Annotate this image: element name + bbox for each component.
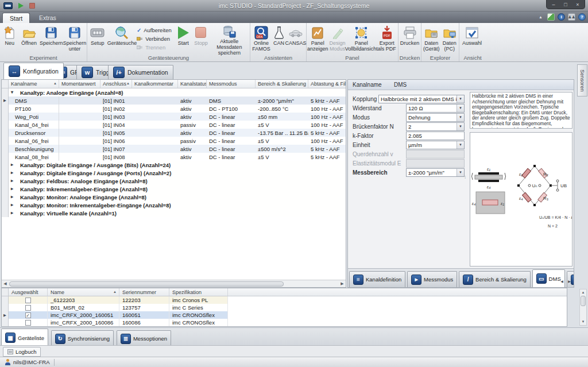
users-icon[interactable]: ♟♟ — [568, 13, 575, 21]
data-pc-button[interactable]: Daten (PC) — [440, 24, 458, 55]
ribbon-tab-extras[interactable]: Extras — [32, 13, 63, 23]
brueckenfaktor-select[interactable]: 2▼ — [406, 122, 465, 131]
channel-row[interactable]: Weg_Poti [01] IN03 aktiv DC - linear ±50… — [2, 113, 346, 121]
kfaktor-input[interactable]: 2.085 — [406, 132, 465, 140]
tab-bereich-skalierung[interactable]: /Bereich & Skalierung — [459, 271, 531, 287]
tab-scroll-left-icon[interactable]: ◀ — [559, 279, 565, 285]
channel-row[interactable]: Beschleunigung [01] IN07 aktiv DC - line… — [2, 145, 346, 153]
tab-konfiguration[interactable]: ↔ Konfiguration — [3, 63, 64, 79]
channel-group-collapsed[interactable]: ▸Kanaltyp: Monitor: Analoge Eingänge (An… — [2, 193, 346, 201]
device-row[interactable]: _6122203 122203 imc Cronos PL — [2, 296, 567, 304]
col-abtastung[interactable]: Abtastung & Filter — [308, 80, 346, 88]
col-name[interactable]: Name▲ — [48, 288, 119, 296]
widerstand-select[interactable]: 120 Ω▼ — [406, 104, 465, 113]
device-checkbox[interactable] — [25, 298, 31, 303]
col-seriennummer[interactable]: Seriennummer — [119, 288, 169, 296]
tab-scroll-right-icon[interactable]: ▶ — [566, 279, 572, 285]
channel-row[interactable]: Kanal_04_frei [01] IN04 passiv DC - line… — [2, 121, 346, 129]
save-button[interactable]: Speichern — [39, 24, 63, 55]
collapse-ribbon-icon[interactable]: ▲ — [537, 13, 544, 21]
channel-row[interactable]: Drucksensor [01] IN05 aktiv DC - linear … — [2, 129, 346, 137]
export-pdf-button[interactable]: PDF Export als PDF — [376, 24, 397, 55]
channel-group-collapsed[interactable]: ▸Kanaltyp: Virtuelle Kanäle (Anzahl=1) — [2, 209, 346, 217]
channel-row[interactable]: Kanal_08_frei [01] IN08 aktiv DC - linea… — [2, 153, 346, 161]
col-anschluss[interactable]: Anschluss▲ — [100, 80, 132, 88]
help-icon[interactable]: ? — [578, 13, 586, 21]
save-current-data-button[interactable]: Aktuelle Messdaten speichern — [210, 24, 249, 55]
device-search-button[interactable]: Gerätesuche — [107, 24, 137, 55]
cansas-button[interactable]: CANSAS — [286, 24, 305, 55]
channel-row-dms[interactable]: ▶ DMS [01] IN01 aktiv DMS ±-2000 "µm/m" … — [2, 96, 346, 105]
maximize-button[interactable]: □ — [560, 1, 571, 9]
ribbon-tab-start[interactable]: Start — [2, 13, 30, 23]
device-row-selected[interactable]: ▶ ✓ imc_CRFX_2000_160051 160051 imc CRON… — [2, 311, 567, 319]
prepare-button[interactable]: ✓ Aufbereiten — [137, 26, 174, 34]
selection-button[interactable]: Auswahl — [460, 24, 484, 55]
col-kanalstatus[interactable]: Kanalstatus — [178, 80, 207, 88]
col-ausgewaehlt[interactable]: Ausgewählt — [9, 288, 48, 296]
channel-row[interactable]: PT100 [01] IN02 aktiv DC - PT100 -200..8… — [2, 105, 346, 113]
close-button[interactable]: × — [572, 1, 583, 9]
dropdown-arrow-icon[interactable]: ▼ — [457, 123, 464, 130]
einheit-select[interactable]: µm/m▼ — [406, 141, 465, 149]
modus-select[interactable]: Dehnung▼ — [406, 113, 465, 122]
kopplung-select[interactable]: Halbbrücke mit 2 aktiven DMS in uniaxial… — [378, 95, 465, 103]
device-checkbox[interactable] — [25, 320, 31, 326]
col-messmodus[interactable]: Messmodus — [207, 80, 256, 88]
dropdown-arrow-icon[interactable]: ▼ — [457, 114, 464, 121]
messbereich-select[interactable]: ±-2000 "µm/m"▼ — [406, 168, 465, 177]
channel-group-collapsed[interactable]: ▸Kanaltyp: Feldbus: Analoge Eingänge (An… — [2, 177, 346, 185]
dropdown-arrow-icon[interactable]: ▼ — [457, 169, 464, 176]
channel-table-hscrollbar[interactable]: ◀ ▶ — [2, 280, 346, 287]
tab-kanaldefinition[interactable]: ≡Kanaldefinition — [349, 271, 405, 287]
save-as-button[interactable]: Speichern unter — [63, 24, 86, 55]
online-famos-button[interactable]: OFA Online FAMOS — [251, 24, 272, 55]
show-panel-button[interactable]: Panel anzeigen — [307, 24, 328, 55]
channel-group-collapsed[interactable]: ▸Kanaltyp: Digitale Eingänge / Ausgänge … — [2, 169, 346, 177]
device-row[interactable]: B01_MSR_02 123757 imc C Series — [2, 304, 567, 311]
print-button[interactable]: Drucken — [399, 24, 420, 55]
tab-geraeteliste[interactable]: ▦Geräteliste — [1, 329, 48, 346]
tab-messmodus[interactable]: ▶Messmodus — [407, 271, 457, 287]
device-table-vscrollbar[interactable]: ▲ ▼ — [579, 289, 587, 326]
hscroll-thumb[interactable] — [9, 281, 284, 287]
info-icon[interactable]: i — [558, 13, 565, 21]
device-checkbox-checked[interactable]: ✓ — [25, 312, 31, 318]
edit-panel-icon[interactable] — [547, 13, 555, 21]
col-bereich[interactable]: Bereich & Skalierung — [256, 80, 308, 88]
col-kanalname[interactable]: Kanalname▲ — [9, 80, 59, 88]
data-device-button[interactable]: Daten (Gerät) — [422, 24, 440, 55]
scroll-up-icon[interactable]: ▲ — [582, 289, 585, 296]
col-spezifikation[interactable]: Spezifikation — [169, 288, 228, 296]
col-kanalkommentar[interactable]: Kanalkommentar — [132, 80, 178, 88]
open-button[interactable]: Öffnen — [19, 24, 40, 55]
col-momentanwert[interactable]: Momentanwert — [59, 80, 100, 88]
device-row[interactable]: imc_CRFX_2000_160086 160086 imc CRONOSfl… — [2, 319, 567, 326]
minimize-button[interactable]: – — [548, 1, 559, 9]
tab-synchronisierung[interactable]: ↻Synchronisierung — [51, 330, 114, 346]
start-button[interactable]: Start — [174, 24, 192, 55]
scroll-down-icon[interactable]: ▼ — [582, 319, 585, 325]
channel-group-analog[interactable]: ▾ Kanaltyp: Analoge Eingänge (Anzahl=8) — [2, 88, 346, 96]
vscroll-thumb[interactable] — [581, 296, 586, 306]
panel-fullscreen-button[interactable]: Panel Vollbildansicht — [346, 24, 376, 55]
channel-group-collapsed[interactable]: ▸Kanaltyp: Monitor: Inkrementalgeber-Ein… — [2, 201, 346, 209]
setup-button[interactable]: Setup — [88, 24, 107, 55]
scroll-left-icon[interactable]: ◀ — [2, 281, 9, 286]
tab-dokumentation[interactable]: i+ Dokumentation — [108, 65, 173, 79]
dropdown-arrow-icon[interactable]: ▼ — [457, 95, 464, 103]
tab-sensoren[interactable]: Sensoren — [577, 64, 587, 96]
can-button[interactable]: CAN — [272, 24, 286, 55]
device-checkbox[interactable] — [25, 305, 31, 311]
dropdown-arrow-icon[interactable]: ▼ — [457, 141, 464, 149]
tab-logbuch[interactable]: Logbuch — [3, 347, 41, 357]
channel-row[interactable]: Kanal_06_frei [01] IN06 passiv DC - line… — [2, 137, 346, 145]
new-button[interactable]: Neu — [1, 24, 19, 55]
connect-button[interactable]: Verbinden — [137, 35, 174, 43]
dropdown-arrow-icon[interactable]: ▼ — [457, 105, 464, 112]
scroll-right-icon[interactable]: ▶ — [339, 281, 346, 286]
tab-messoptionen[interactable]: ≣Messoptionen — [117, 330, 171, 346]
channel-group-collapsed[interactable]: ▸Kanaltyp: Inkrementalgeber-Eingänge (An… — [2, 185, 346, 193]
panel-splitter[interactable]: ⁞ — [465, 175, 466, 180]
channel-group-collapsed[interactable]: ▸Kanaltyp: Digitale Eingänge / Ausgänge … — [2, 161, 346, 169]
